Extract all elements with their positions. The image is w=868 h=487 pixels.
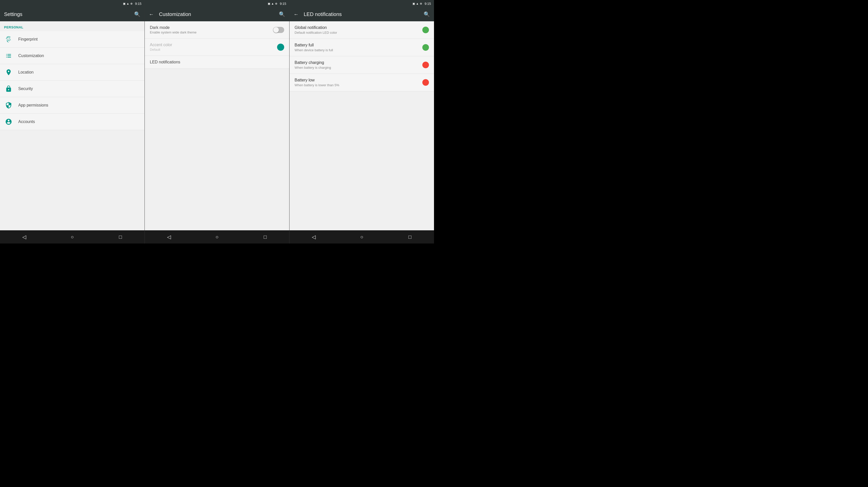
- settings-panel: ▣ ▲ ⊕ 9:15 Settings 🔍 Personal Fingerpri…: [0, 0, 145, 244]
- security-icon: [4, 84, 13, 93]
- led-battery-charging-subtitle: When battery is charging: [294, 66, 331, 69]
- led-global-title: Global notification: [294, 25, 337, 30]
- accent-color-dot[interactable]: [277, 44, 284, 51]
- app-permissions-label: App permissions: [18, 103, 48, 108]
- status-time-2: 9:15: [280, 2, 286, 6]
- led-battery-low-texts: Battery low When battery is lower than 5…: [294, 78, 339, 87]
- status-time-1: 9:15: [135, 2, 142, 6]
- accounts-label: Accounts: [18, 119, 35, 124]
- dark-mode-toggle[interactable]: [273, 27, 284, 33]
- bottom-nav-2: ◁ ○ □: [145, 230, 289, 244]
- led-title: LED notifications: [304, 11, 421, 17]
- led-notifications-title: LED notifications: [150, 60, 180, 64]
- accent-color-texts: Accent color Default: [150, 42, 172, 52]
- customization-icon: [4, 51, 13, 60]
- battery-icon-3: ⊕: [420, 2, 422, 5]
- status-bar-2: ▣ ▲ ⊕ 9:15: [145, 0, 289, 7]
- led-back-btn[interactable]: ←: [293, 11, 299, 17]
- customization-title: Customization: [159, 11, 276, 17]
- vibrate-icon: ▣: [123, 2, 125, 5]
- led-item-battery-full[interactable]: Battery full When device battery is full: [289, 39, 434, 56]
- signal-icon-3: ▲: [416, 2, 419, 5]
- signal-icon-2: ▲: [271, 2, 274, 5]
- back-nav-3[interactable]: ◁: [306, 232, 321, 242]
- status-icons-2: ▣ ▲ ⊕: [268, 2, 277, 5]
- location-label: Location: [18, 70, 34, 75]
- customization-label: Customization: [18, 54, 44, 58]
- recent-nav-2[interactable]: □: [257, 232, 273, 242]
- recent-nav-1[interactable]: □: [113, 232, 128, 242]
- customization-panel: ▣ ▲ ⊕ 9:15 ← Customization 🔍 Dark mode E…: [145, 0, 289, 244]
- customization-app-bar: ← Customization 🔍: [145, 7, 289, 21]
- led-search-icon[interactable]: 🔍: [424, 11, 430, 17]
- home-nav-2[interactable]: ○: [209, 232, 225, 242]
- dark-mode-texts: Dark mode Enable system wide dark theme: [150, 25, 196, 34]
- dark-mode-title: Dark mode: [150, 25, 196, 30]
- led-item-global[interactable]: Global notification Default notification…: [289, 21, 434, 39]
- led-battery-full-indicator[interactable]: [422, 44, 429, 51]
- led-battery-charging-title: Battery charging: [294, 60, 331, 65]
- dark-mode-toggle-knob: [273, 27, 279, 33]
- led-item-battery-charging[interactable]: Battery charging When battery is chargin…: [289, 56, 434, 74]
- location-icon: [4, 68, 13, 77]
- settings-search-icon[interactable]: 🔍: [134, 11, 141, 17]
- battery-icon-2: ⊕: [275, 2, 277, 5]
- led-content: Global notification Default notification…: [289, 21, 434, 230]
- security-label: Security: [18, 86, 33, 91]
- vibrate-icon-2: ▣: [268, 2, 270, 5]
- led-battery-charging-texts: Battery charging When battery is chargin…: [294, 60, 331, 69]
- vibrate-icon-3: ▣: [412, 2, 415, 5]
- settings-app-bar: Settings 🔍: [0, 7, 145, 21]
- status-icons-3: ▣ ▲ ⊕: [412, 2, 422, 5]
- accent-color-subtitle: Default: [150, 48, 172, 52]
- settings-item-fingerprint[interactable]: Fingerprint: [0, 31, 145, 48]
- personal-section-label: Personal: [0, 21, 145, 31]
- home-nav-3[interactable]: ○: [354, 232, 369, 242]
- led-notifications-texts: LED notifications: [150, 60, 180, 64]
- settings-item-app-permissions[interactable]: App permissions: [0, 97, 145, 114]
- fingerprint-icon: [4, 35, 13, 44]
- settings-title: Settings: [4, 11, 131, 17]
- status-icons-1: ▣ ▲ ⊕: [123, 2, 132, 5]
- accounts-icon: [4, 117, 13, 126]
- settings-item-security[interactable]: Security: [0, 81, 145, 97]
- led-notifications-row[interactable]: LED notifications: [145, 56, 289, 69]
- status-bar-3: ▣ ▲ ⊕ 9:15: [289, 0, 434, 7]
- battery-icon: ⊕: [130, 2, 132, 5]
- led-battery-full-texts: Battery full When device battery is full: [294, 43, 333, 52]
- fingerprint-label: Fingerprint: [18, 37, 37, 41]
- led-global-texts: Global notification Default notification…: [294, 25, 337, 34]
- settings-item-customization[interactable]: Customization: [0, 48, 145, 64]
- back-nav-1[interactable]: ◁: [17, 232, 32, 242]
- dark-mode-row[interactable]: Dark mode Enable system wide dark theme: [145, 21, 289, 38]
- customization-back-btn[interactable]: ←: [149, 11, 154, 17]
- settings-content: Personal Fingerprint Customization: [0, 21, 145, 230]
- home-nav-1[interactable]: ○: [65, 232, 80, 242]
- led-battery-charging-indicator[interactable]: [422, 62, 429, 68]
- dark-mode-subtitle: Enable system wide dark theme: [150, 30, 196, 34]
- app-permissions-icon: [4, 101, 13, 110]
- led-app-bar: ← LED notifications 🔍: [289, 7, 434, 21]
- bottom-nav-1: ◁ ○ □: [0, 230, 145, 244]
- led-battery-low-subtitle: When battery is lower than 5%: [294, 83, 339, 87]
- led-battery-low-title: Battery low: [294, 78, 339, 82]
- led-battery-full-title: Battery full: [294, 43, 333, 48]
- led-item-battery-low[interactable]: Battery low When battery is lower than 5…: [289, 74, 434, 91]
- customization-content: Dark mode Enable system wide dark theme …: [145, 21, 289, 230]
- bottom-nav-3: ◁ ○ □: [289, 230, 434, 244]
- back-nav-2[interactable]: ◁: [161, 232, 177, 242]
- led-global-indicator[interactable]: [422, 27, 429, 33]
- status-bar-1: ▣ ▲ ⊕ 9:15: [0, 0, 145, 7]
- settings-item-location[interactable]: Location: [0, 64, 145, 81]
- accent-color-title: Accent color: [150, 42, 172, 47]
- settings-item-accounts[interactable]: Accounts: [0, 114, 145, 130]
- accent-color-row[interactable]: Accent color Default: [145, 38, 289, 56]
- led-battery-low-indicator[interactable]: [422, 79, 429, 86]
- led-panel: ▣ ▲ ⊕ 9:15 ← LED notifications 🔍 Global …: [289, 0, 434, 244]
- status-time-3: 9:15: [425, 2, 431, 6]
- led-global-subtitle: Default notification LED color: [294, 31, 337, 34]
- recent-nav-3[interactable]: □: [402, 232, 417, 242]
- customization-search-icon[interactable]: 🔍: [279, 11, 285, 17]
- signal-icon: ▲: [126, 2, 129, 5]
- led-battery-full-subtitle: When device battery is full: [294, 48, 333, 52]
